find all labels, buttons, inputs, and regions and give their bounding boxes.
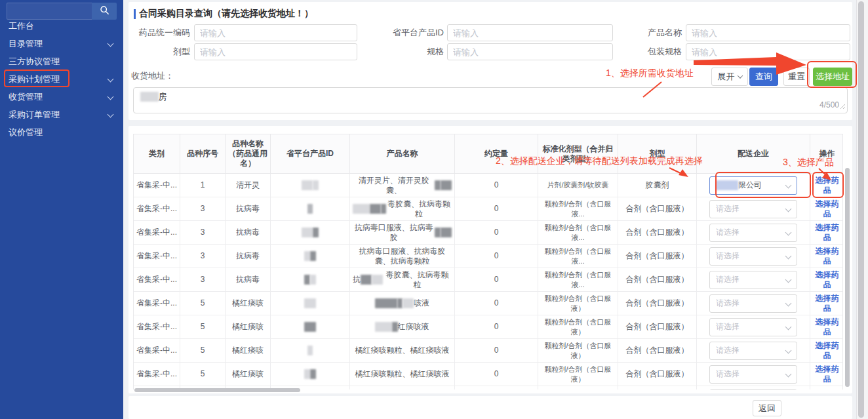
delivery-select[interactable]: ████限公司 bbox=[709, 176, 797, 195]
sidebar-item-label: 采购订单管理 bbox=[9, 110, 60, 119]
query-button[interactable]: 查询 bbox=[749, 68, 778, 86]
cell-product-name: ███ █红痰咳液 bbox=[350, 315, 455, 338]
cell-qty: 0 bbox=[455, 268, 538, 291]
sidebar-item-6[interactable]: 议价管理 bbox=[0, 123, 123, 141]
chevron-down-icon bbox=[737, 73, 742, 78]
delivery-select[interactable]: 请选择 bbox=[709, 318, 797, 336]
column-header-3: 省平台产品ID bbox=[271, 134, 350, 173]
cell-action: 选择药品 bbox=[810, 292, 842, 315]
delivery-select[interactable]: 请选择 bbox=[709, 342, 797, 360]
redacted-text: █ bbox=[381, 204, 387, 214]
redacted-text: █ bbox=[310, 251, 316, 261]
sidebar-item-5[interactable]: 采购订单管理 bbox=[0, 106, 123, 123]
cell-product-name: 清开灵片、清开灵胶囊、█ ██ bbox=[350, 174, 455, 197]
chevron-down-icon bbox=[785, 370, 792, 377]
delivery-select[interactable]: 请选择 bbox=[709, 365, 797, 384]
cell-std-dosage: 片剂/胶囊剂/软胶囊 bbox=[538, 174, 618, 197]
cell-qty: 0 bbox=[455, 245, 538, 268]
chevron-down-icon bbox=[108, 111, 114, 118]
cell-qty: 0 bbox=[455, 221, 538, 244]
cell-category: 省集采-中... bbox=[134, 221, 180, 244]
reset-button[interactable]: 重置 bbox=[783, 68, 810, 86]
cell-action: 选择药品 bbox=[810, 197, 842, 220]
delivery-select[interactable]: 请选择 bbox=[709, 200, 797, 218]
horizontal-scrollbar[interactable] bbox=[134, 388, 300, 392]
column-header-5: 约定量 bbox=[455, 134, 538, 173]
cell-category: 省集采-中... bbox=[134, 245, 180, 268]
cell-platform-id: ██ █ bbox=[271, 174, 350, 197]
select-product-link[interactable]: 选择药品 bbox=[813, 270, 841, 290]
pack-spec-input[interactable] bbox=[686, 43, 850, 60]
select-product-link[interactable]: 选择药品 bbox=[813, 317, 841, 337]
expand-button[interactable]: 展开 bbox=[711, 68, 748, 86]
redacted-text: ████ bbox=[716, 180, 738, 190]
expand-button-label: 展开 bbox=[718, 71, 735, 83]
select-product-link[interactable]: 选择药品 bbox=[813, 247, 841, 266]
sidebar-item-0[interactable]: 工作台 bbox=[0, 17, 123, 35]
cell-seq: 5 bbox=[180, 292, 226, 315]
product-name-input[interactable] bbox=[686, 24, 850, 41]
table-row: 省集采-中...3抗病毒█ █抗病毒口服液、抗病毒胶囊、抗病毒颗粒0颗粒剂/合剂… bbox=[134, 245, 842, 268]
redacted-text: █ bbox=[435, 228, 441, 237]
table-row: 省集采-中...5橘红痰咳██████ █ ██咳液0颗粒剂/合剂（含口服液）合… bbox=[134, 292, 842, 315]
cell-dosage: 合剂（含口服液） bbox=[618, 315, 697, 338]
cell-qty: 0 bbox=[455, 339, 538, 362]
cell-name: 抗病毒 bbox=[226, 245, 271, 268]
resize-handle-icon[interactable] bbox=[840, 102, 846, 111]
redacted-text: ██ bbox=[302, 180, 313, 190]
redacted-text: ██ bbox=[441, 228, 452, 237]
chevron-down-icon bbox=[785, 276, 792, 283]
cell-seq: 3 bbox=[180, 197, 226, 220]
address-textarea[interactable]: ███房 4/500 bbox=[133, 87, 848, 113]
dosage-input[interactable] bbox=[194, 43, 357, 60]
delivery-select[interactable]: 请选择 bbox=[709, 294, 797, 313]
cell-dosage bbox=[618, 386, 697, 389]
select-product-link[interactable]: 选择药品 bbox=[813, 341, 841, 361]
redacted-text: ██ bbox=[304, 298, 315, 308]
table-row: 省集采-中...3抗病毒██ █抗病毒口服液、抗病毒胶█ ██0颗粒剂/合剂（含… bbox=[134, 221, 842, 245]
chevron-down-icon bbox=[785, 252, 792, 259]
platform-id-input[interactable] bbox=[447, 24, 613, 41]
cell-seq: 3 bbox=[180, 268, 226, 291]
drug-code-input[interactable] bbox=[194, 24, 357, 41]
sidebar-item-2[interactable]: 三方协议管理 bbox=[0, 52, 123, 70]
select-product-link[interactable]: 选择药品 bbox=[813, 294, 841, 313]
cell-platform-id: █ bbox=[271, 339, 350, 362]
select-product-link[interactable]: 选择药品 bbox=[813, 199, 841, 219]
table-header-row: 类别品种序号品种名称（药品通用名）省平台产品ID产品名称约定量标准化剂型（合并归… bbox=[134, 134, 842, 174]
sidebar-item-label: 收货管理 bbox=[9, 92, 43, 102]
select-placeholder: 请选择 bbox=[716, 322, 740, 332]
sidebar-item-3[interactable]: 采购计划管理 bbox=[0, 70, 123, 88]
select-address-button[interactable]: 选择地址 bbox=[813, 68, 852, 86]
delivery-select[interactable]: 请选择 bbox=[709, 271, 797, 289]
cell-name: 抗病毒 bbox=[226, 268, 271, 291]
select-product-link[interactable]: 选择药品 bbox=[813, 176, 841, 195]
chevron-down-icon bbox=[785, 182, 792, 188]
page-scrollbar-thumb[interactable] bbox=[858, 1, 864, 418]
redacted-text: ██ bbox=[441, 180, 452, 190]
column-header-1: 品种序号 bbox=[180, 134, 226, 173]
redacted-text: █ bbox=[307, 204, 313, 214]
delivery-select[interactable]: 请选择 bbox=[709, 247, 797, 266]
redacted-text: ██ bbox=[372, 275, 383, 285]
redacted-text: ███ bbox=[140, 92, 159, 102]
back-button[interactable]: 返回 bbox=[753, 400, 781, 416]
select-product-link[interactable]: 选择药品 bbox=[813, 365, 841, 384]
delivery-select[interactable]: 请选择 bbox=[709, 389, 797, 390]
sidebar-item-4[interactable]: 收货管理 bbox=[0, 88, 123, 106]
table-vertical-scrollbar[interactable] bbox=[845, 168, 850, 387]
cell-dosage: 合剂（含口服液） bbox=[618, 292, 697, 315]
table-row: 省集采-中...5橘红痰咳█████ █红痰咳液0颗粒剂/合剂（含口服液）合剂（… bbox=[134, 315, 842, 339]
cell-product-name: 橘红痰咳颗粒、橘红痰咳液 bbox=[350, 339, 455, 362]
cell-qty: 0 bbox=[455, 292, 538, 315]
select-product-link[interactable]: 选择药品 bbox=[813, 223, 841, 243]
cell-delivery: 请选择 bbox=[697, 315, 810, 338]
cell-platform-id: █ █ bbox=[271, 268, 350, 291]
chevron-down-icon bbox=[785, 323, 792, 330]
delivery-select[interactable]: 请选择 bbox=[709, 224, 797, 242]
sidebar-item-1[interactable]: 目录管理 bbox=[0, 35, 123, 52]
spec-input[interactable] bbox=[447, 43, 613, 60]
cell-std-dosage: 颗粒剂/合剂（含口服液... bbox=[538, 245, 618, 268]
cell-qty: 0 bbox=[455, 197, 538, 220]
cell-name: 橘红痰咳 bbox=[226, 339, 271, 362]
